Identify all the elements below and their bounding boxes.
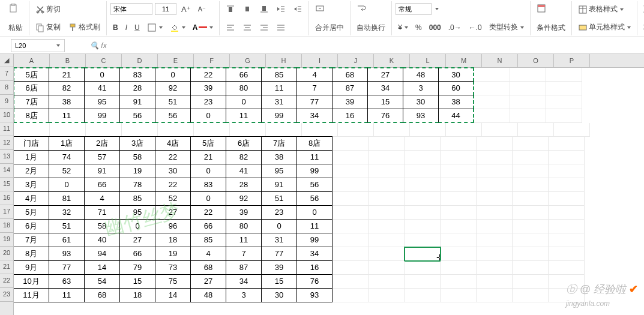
formula-input[interactable] — [110, 39, 644, 52]
cell-G22[interactable]: 34 — [226, 274, 262, 289]
cell-D8[interactable]: 28 — [119, 81, 155, 95]
cell-P23[interactable] — [549, 289, 585, 302]
cell-D15[interactable]: 78 — [119, 178, 155, 192]
cell-J22[interactable] — [333, 275, 369, 289]
paste-button[interactable] — [6, 2, 25, 14]
cell-I11[interactable] — [302, 123, 338, 137]
row-header-23[interactable]: 23 — [0, 288, 13, 302]
font-color-button[interactable]: A — [190, 22, 216, 33]
cell-O19[interactable] — [513, 233, 549, 247]
cell-F15[interactable]: 83 — [190, 178, 226, 192]
cell-K12[interactable] — [369, 137, 405, 151]
cell-J18[interactable] — [333, 220, 369, 233]
cell-L11[interactable] — [410, 123, 446, 137]
cell-P12[interactable] — [549, 137, 585, 151]
cell-P10[interactable] — [546, 109, 582, 123]
cell-N12[interactable] — [477, 137, 513, 151]
cell-E14[interactable]: 30 — [155, 164, 191, 178]
row-header-20[interactable]: 20 — [0, 247, 13, 260]
cell-E12[interactable]: 4店 — [155, 136, 191, 151]
cell-A23[interactable]: 11月 — [14, 288, 49, 302]
cell-L21[interactable] — [405, 261, 441, 275]
cell-J16[interactable] — [333, 192, 369, 206]
cell-N13[interactable] — [477, 151, 513, 164]
cell-H19[interactable]: 31 — [261, 233, 297, 247]
cell-P17[interactable] — [549, 206, 585, 220]
cell-F23[interactable]: 48 — [190, 288, 226, 302]
cell-O14[interactable] — [513, 164, 549, 178]
cell-P20[interactable] — [549, 247, 585, 261]
cell-L16[interactable] — [405, 192, 441, 206]
cell-P21[interactable] — [549, 261, 585, 275]
cell-K18[interactable] — [369, 220, 405, 233]
cell-O13[interactable] — [513, 151, 549, 164]
cell-G15[interactable]: 28 — [226, 178, 262, 192]
cell-G12[interactable]: 6店 — [226, 136, 262, 151]
cell-I10[interactable]: 34 — [296, 109, 333, 123]
col-header-H[interactable]: H — [266, 54, 302, 67]
underline-button[interactable]: U — [132, 22, 142, 33]
cell-K23[interactable] — [369, 289, 405, 302]
cell-I16[interactable]: 56 — [296, 191, 333, 206]
cell-P14[interactable] — [549, 164, 585, 178]
cell-A7[interactable]: 5店 — [14, 67, 49, 82]
cell-O18[interactable] — [513, 220, 549, 233]
cell-C8[interactable]: 41 — [84, 81, 120, 95]
cell-D23[interactable]: 18 — [119, 288, 155, 302]
cell-F17[interactable]: 22 — [190, 205, 226, 220]
cell-A9[interactable]: 7店 — [14, 95, 49, 109]
cell-M13[interactable] — [441, 151, 477, 164]
cell-C13[interactable]: 57 — [84, 150, 120, 164]
cell-E19[interactable]: 18 — [155, 233, 191, 247]
cell-M15[interactable] — [441, 178, 477, 192]
cell-N15[interactable] — [477, 178, 513, 192]
cell-P8[interactable] — [546, 82, 582, 95]
row-header-9[interactable]: 9 — [0, 95, 13, 109]
cell-O16[interactable] — [513, 192, 549, 206]
cell-N7[interactable] — [474, 68, 510, 82]
paste-label[interactable]: 粘贴 — [6, 22, 25, 34]
cell-J10[interactable]: 16 — [332, 109, 368, 123]
cell-P11[interactable] — [554, 123, 590, 137]
cell-D21[interactable]: 79 — [119, 260, 155, 275]
cell-C18[interactable]: 58 — [84, 219, 120, 233]
cell-K19[interactable] — [369, 233, 405, 247]
cell-B8[interactable]: 82 — [49, 81, 85, 95]
cell-H21[interactable]: 39 — [261, 260, 297, 275]
cell-M7[interactable]: 30 — [438, 67, 474, 82]
cell-G13[interactable]: 82 — [226, 150, 262, 164]
namebox-dropdown[interactable] — [56, 44, 60, 47]
cell-B18[interactable]: 51 — [49, 219, 85, 233]
cell-K20[interactable] — [369, 247, 405, 261]
cell-B16[interactable]: 81 — [49, 191, 85, 206]
cell-C19[interactable]: 40 — [84, 233, 120, 247]
cell-F7[interactable]: 22 — [190, 67, 226, 82]
cell-M10[interactable]: 44 — [438, 109, 474, 123]
cell-J19[interactable] — [333, 233, 369, 247]
row-header-8[interactable]: 8 — [0, 81, 13, 95]
cell-E21[interactable]: 73 — [155, 260, 191, 275]
cell-B15[interactable]: 0 — [49, 178, 85, 192]
cell-B12[interactable]: 1店 — [49, 136, 85, 151]
cell-H9[interactable]: 31 — [261, 95, 297, 109]
cell-E22[interactable]: 75 — [155, 274, 191, 289]
cell-D14[interactable]: 19 — [119, 164, 155, 178]
cell-H16[interactable]: 51 — [261, 191, 297, 206]
cell-F18[interactable]: 66 — [190, 219, 226, 233]
row-header-21[interactable]: 21 — [0, 260, 13, 274]
cell-F22[interactable]: 27 — [190, 274, 226, 289]
cell-H13[interactable]: 38 — [261, 150, 297, 164]
cell-G23[interactable]: 3 — [226, 288, 262, 302]
copy-button[interactable]: 复制 — [33, 21, 63, 34]
cell-I19[interactable]: 99 — [296, 233, 333, 247]
cell-L17[interactable] — [405, 206, 441, 220]
cell-N22[interactable] — [477, 275, 513, 289]
align-top-button[interactable] — [223, 3, 238, 15]
cell-F11[interactable] — [194, 123, 230, 137]
cell-M14[interactable] — [441, 164, 477, 178]
increase-font-button[interactable]: A⁺ — [179, 4, 193, 15]
cell-A14[interactable]: 2月 — [14, 164, 49, 178]
cell-style-button[interactable]: 单元格样式 — [576, 21, 633, 34]
cell-K10[interactable]: 76 — [367, 109, 403, 123]
cell-D19[interactable]: 27 — [119, 233, 155, 247]
